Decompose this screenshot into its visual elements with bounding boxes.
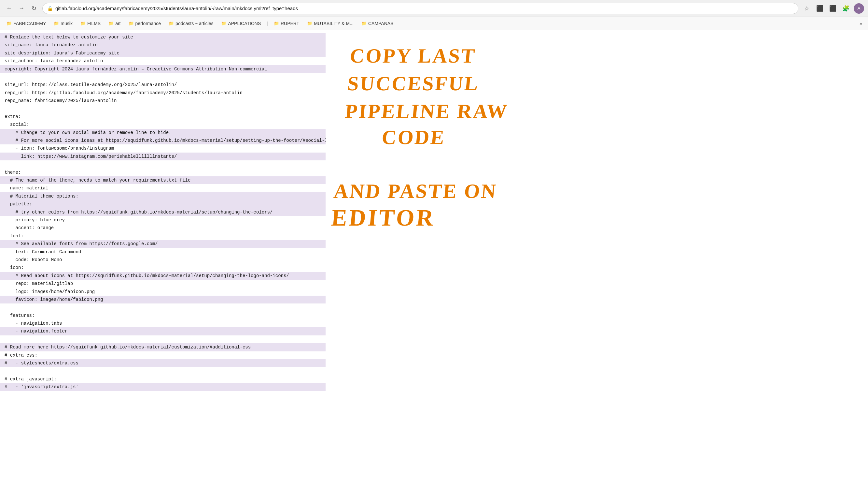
url-text: gitlab.fabcloud.org/academany/fabricadem… xyxy=(55,5,794,11)
bookmarks-overflow[interactable]: » xyxy=(857,20,865,27)
code-line xyxy=(0,336,326,343)
annotation-succesful: SUCCESFUL xyxy=(346,73,480,94)
code-line: # See available fonts from https://fonts… xyxy=(0,240,326,248)
code-area[interactable]: # Replace the text below to customize yo… xyxy=(0,30,326,487)
code-line: icon: xyxy=(0,264,326,271)
code-line xyxy=(0,161,326,168)
code-line: theme: xyxy=(0,169,326,176)
star-button[interactable]: ☆ xyxy=(802,3,812,14)
forward-button[interactable]: → xyxy=(16,3,27,14)
annotation-pipeline-raw: PIPELINE RAW xyxy=(344,100,509,122)
bookmark-separator: | xyxy=(265,21,269,26)
folder-icon: 📁 xyxy=(274,21,279,26)
bookmark-performance[interactable]: 📁 performance xyxy=(125,20,164,27)
bookmark-podcasts[interactable]: 📁 podcasts ~ articles xyxy=(165,20,217,27)
code-line: - navigation.tabs xyxy=(0,319,326,327)
annotation-editor: EDITOR xyxy=(331,205,437,231)
address-bar[interactable]: 🔒 gitlab.fabcloud.org/academany/fabricad… xyxy=(42,3,798,14)
nav-buttons: ← → ↻ xyxy=(4,3,39,14)
bookmark-label: podcasts ~ articles xyxy=(176,21,213,26)
folder-icon: 📁 xyxy=(129,21,134,26)
code-line xyxy=(0,367,326,375)
code-line: # Replace the text below to customize yo… xyxy=(0,33,326,41)
folder-icon: 📁 xyxy=(307,21,312,26)
back-button[interactable]: ← xyxy=(4,3,14,14)
code-line: # Read about icons at https://squidfunk.… xyxy=(0,272,326,280)
code-line: link: https://www.instagram.com/perishab… xyxy=(0,152,326,161)
bookmark-label: FILMS xyxy=(87,21,101,26)
profile-avatar[interactable]: A xyxy=(854,3,864,14)
annotation-and-paste-on: AND PASTE ON xyxy=(333,180,498,202)
code-line: # Read more here https://squidfunk.githu… xyxy=(0,343,326,351)
lock-icon: 🔒 xyxy=(47,6,53,11)
code-line: features: xyxy=(0,312,326,319)
code-line: - icon: fontawesome/brands/instagram xyxy=(0,144,326,152)
code-line: accent: orange xyxy=(0,224,326,232)
code-line: # try other colors from https://squidfun… xyxy=(0,208,326,216)
bookmark-fabricademy[interactable]: 📁 FABRICADEMY xyxy=(3,20,49,27)
code-line: # Material theme options: xyxy=(0,192,326,200)
code-line: copyright: Copyright 2024 laura fernánde… xyxy=(0,65,326,73)
folder-icon: 📁 xyxy=(362,21,367,26)
code-line: text: Cormorant Garamond xyxy=(0,248,326,256)
code-line: - navigation.footer xyxy=(0,327,326,335)
bookmark-campanas[interactable]: 📁 CAMPANAS xyxy=(358,20,397,27)
extension-button-2[interactable]: ⬛ xyxy=(828,3,838,14)
code-line: # extra_javascript: xyxy=(0,375,326,383)
code-line: code: Roboto Mono xyxy=(0,256,326,264)
folder-icon: 📁 xyxy=(54,21,59,26)
annotation-top: COPY LAST SUCCESFUL PIPELINE RAW CODE xyxy=(352,36,515,162)
code-line: logo: images/home/fabicon.png xyxy=(0,288,326,296)
code-line xyxy=(0,105,326,113)
code-line: font: xyxy=(0,232,326,240)
bookmark-label: art xyxy=(115,21,121,26)
code-line xyxy=(0,304,326,311)
code-line: name: material xyxy=(0,184,326,192)
code-line: site_author: laura fernández antolín xyxy=(0,57,326,65)
bookmarks-bar: 📁 FABRICADEMY 📁 musik 📁 FILMS 📁 art 📁 pe… xyxy=(0,17,868,30)
annotation-copy-last: COPY LAST xyxy=(349,45,477,67)
bookmark-films[interactable]: 📁 FILMS xyxy=(77,20,104,27)
bookmark-art[interactable]: 📁 art xyxy=(105,20,124,27)
annotation-bottom: AND PASTE ON EDITOR xyxy=(335,173,498,247)
bookmark-label: RUPERT xyxy=(281,21,299,26)
code-line: site_url: https://class.textile-academy.… xyxy=(0,81,326,89)
folder-icon: 📁 xyxy=(169,21,174,26)
browser-actions: ☆ ⬛ ⬛ 🧩 A xyxy=(802,3,864,14)
code-line: repo_name: fabricademy/2025/laura-antoli… xyxy=(0,97,326,105)
code-line: site_description: laura's Fabricademy si… xyxy=(0,49,326,57)
bookmark-label: APPLICATIONS xyxy=(228,21,261,26)
code-line: repo: material/gitlab xyxy=(0,280,326,287)
bookmark-rupert[interactable]: 📁 RUPERT xyxy=(271,20,303,27)
reload-button[interactable]: ↻ xyxy=(29,3,39,14)
bookmark-label: musik xyxy=(61,21,72,26)
bookmark-applications[interactable]: 📁 APPLICATIONS xyxy=(218,20,264,27)
browser-chrome: ← → ↻ 🔒 gitlab.fabcloud.org/academany/fa… xyxy=(0,0,868,17)
code-line: # Change to your own social media or rem… xyxy=(0,129,326,137)
code-line xyxy=(0,73,326,81)
bookmark-label: CAMPANAS xyxy=(368,21,394,26)
code-line: # - 'javascript/extra.js' xyxy=(0,383,326,391)
folder-icon: 📁 xyxy=(221,21,226,26)
folder-icon: 📁 xyxy=(108,21,114,26)
code-line: # The name of the theme, needs to match … xyxy=(0,176,326,184)
annotation-area: COPY LAST SUCCESFUL PIPELINE RAW CODE AN… xyxy=(326,30,868,487)
bookmark-label: performance xyxy=(135,21,161,26)
main-content: # Replace the text below to customize yo… xyxy=(0,30,868,487)
bookmark-label: FABRICADEMY xyxy=(13,21,46,26)
code-line: extra: xyxy=(0,113,326,121)
bookmark-musik[interactable]: 📁 musik xyxy=(51,20,76,27)
extension-button-1[interactable]: ⬛ xyxy=(815,3,825,14)
code-line: # extra_css: xyxy=(0,351,326,359)
code-line: social: xyxy=(0,121,326,128)
code-line: # - stylesheets/extra.css xyxy=(0,359,326,367)
folder-icon: 📁 xyxy=(81,21,86,26)
code-line: # For more social icons ideas at https:/… xyxy=(0,137,326,144)
annotation-code: CODE xyxy=(381,126,446,148)
code-line: palette: xyxy=(0,200,326,208)
code-line: repo_url: https://gitlab.fabcloud.org/ac… xyxy=(0,89,326,97)
code-line: site_name: laura fernández antolín xyxy=(0,41,326,49)
code-line: favicon: images/home/fabicon.png xyxy=(0,296,326,304)
bookmark-mutability[interactable]: 📁 MUTABILITY & M... xyxy=(304,20,357,27)
extensions-button[interactable]: 🧩 xyxy=(841,3,851,14)
